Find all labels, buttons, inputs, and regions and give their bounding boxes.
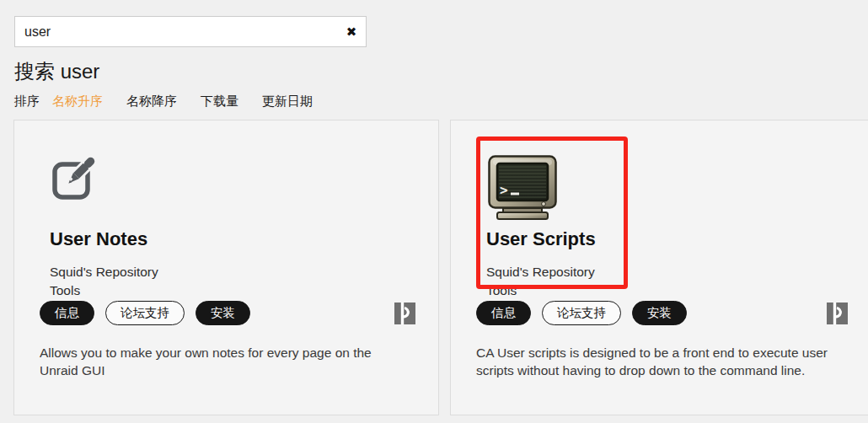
crt-terminal-icon: >: [488, 155, 559, 226]
app-repository: Squid's Repository: [50, 264, 158, 281]
app-category: Tools: [486, 282, 517, 299]
community-applications-search-page: ✖ 搜索 user 排序 名称升序 名称降序 下载量 更新日期: [0, 0, 868, 423]
install-button[interactable]: 安装: [196, 301, 250, 325]
card-actions: 信息 论坛支持 安装: [476, 301, 687, 325]
sort-bar: 排序 名称升序 名称降序 下载量 更新日期: [14, 93, 336, 110]
sort-option-name-descending[interactable]: 名称降序: [126, 93, 177, 110]
sort-option-update-date[interactable]: 更新日期: [262, 93, 313, 110]
app-title: User Scripts: [486, 228, 596, 251]
app-card-user-scripts[interactable]: > User Scripts Squid's Repository Tools …: [450, 120, 868, 415]
svg-text:>: >: [500, 182, 508, 198]
app-card-user-notes[interactable]: User Notes Squid's Repository Tools 信息 论…: [13, 120, 439, 415]
info-button[interactable]: 信息: [40, 301, 94, 325]
sort-option-name-ascending[interactable]: 名称升序: [52, 93, 103, 110]
app-repository: Squid's Repository: [486, 264, 595, 281]
install-button[interactable]: 安装: [632, 301, 687, 325]
app-description: CA User scripts is designed to be a fron…: [476, 344, 839, 379]
forum-support-button[interactable]: 论坛支持: [105, 301, 185, 325]
sort-option-downloads[interactable]: 下载量: [201, 93, 238, 110]
app-description: Allows you to make your own notes for ev…: [40, 344, 406, 379]
app-category: Tools: [50, 282, 80, 299]
pin-app-icon[interactable]: [394, 303, 415, 324]
page-title: 搜索 user: [14, 59, 99, 84]
forum-support-button[interactable]: 论坛支持: [542, 301, 621, 325]
pin-app-icon[interactable]: [827, 303, 848, 324]
clear-search-icon[interactable]: ✖: [337, 16, 366, 47]
edit-pencil-icon: [51, 153, 99, 204]
search-input[interactable]: [15, 17, 337, 46]
card-actions: 信息 论坛支持 安装: [40, 301, 250, 325]
info-button[interactable]: 信息: [476, 301, 531, 325]
sort-label: 排序: [14, 93, 40, 110]
search-box: ✖: [14, 16, 367, 47]
app-title: User Notes: [50, 228, 147, 251]
